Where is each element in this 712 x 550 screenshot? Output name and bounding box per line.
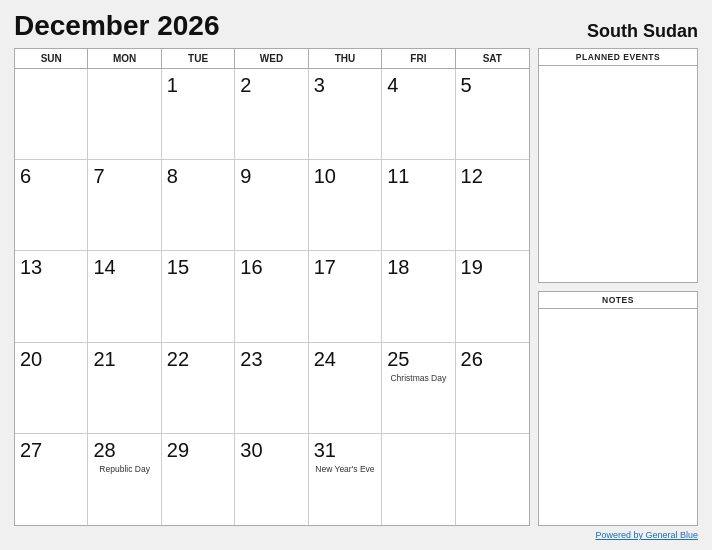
day-number: 25 [387, 347, 409, 371]
calendar-day-cell: 19 [456, 251, 529, 342]
day-number: 24 [314, 347, 336, 371]
day-number: 11 [387, 164, 409, 188]
notes-content [539, 309, 697, 525]
calendar-day-cell: 2 [235, 69, 308, 160]
day-number: 13 [20, 255, 42, 279]
calendar-empty-cell [15, 69, 88, 160]
calendar-header-cell: MON [88, 49, 161, 68]
day-number: 6 [20, 164, 31, 188]
day-number: 30 [240, 438, 262, 462]
planned-events-title: PLANNED EVENTS [539, 49, 697, 66]
calendar-header-cell: WED [235, 49, 308, 68]
day-number: 22 [167, 347, 189, 371]
day-number: 2 [240, 73, 251, 97]
event-label: New Year's Eve [314, 464, 376, 475]
calendar-empty-cell [88, 69, 161, 160]
main-area: SUNMONTUEWEDTHUFRISAT 123456789101112131… [14, 48, 698, 526]
calendar-day-cell: 6 [15, 160, 88, 251]
calendar-empty-cell [456, 434, 529, 525]
day-number: 9 [240, 164, 251, 188]
day-number: 15 [167, 255, 189, 279]
planned-events-content [539, 66, 697, 282]
day-number: 23 [240, 347, 262, 371]
calendar-day-cell: 29 [162, 434, 235, 525]
calendar-day-cell: 5 [456, 69, 529, 160]
calendar-day-cell: 28Republic Day [88, 434, 161, 525]
calendar-day-cell: 17 [309, 251, 382, 342]
calendar-day-cell: 21 [88, 343, 161, 434]
calendar-day-cell: 27 [15, 434, 88, 525]
event-label: Christmas Day [387, 373, 449, 384]
calendar-header-cell: TUE [162, 49, 235, 68]
day-number: 31 [314, 438, 336, 462]
month-title: December 2026 [14, 10, 219, 42]
day-number: 8 [167, 164, 178, 188]
powered-by-link[interactable]: Powered by General Blue [595, 530, 698, 540]
calendar: SUNMONTUEWEDTHUFRISAT 123456789101112131… [14, 48, 530, 526]
calendar-day-cell: 20 [15, 343, 88, 434]
notes-box: NOTES [538, 291, 698, 526]
footer: Powered by General Blue [14, 530, 698, 540]
calendar-day-cell: 30 [235, 434, 308, 525]
day-number: 21 [93, 347, 115, 371]
calendar-day-cell: 4 [382, 69, 455, 160]
day-number: 3 [314, 73, 325, 97]
day-number: 1 [167, 73, 178, 97]
day-number: 28 [93, 438, 115, 462]
notes-title: NOTES [539, 292, 697, 309]
day-number: 19 [461, 255, 483, 279]
calendar-day-cell: 8 [162, 160, 235, 251]
day-number: 26 [461, 347, 483, 371]
calendar-body: 1234567891011121314151617181920212223242… [15, 69, 529, 525]
day-number: 18 [387, 255, 409, 279]
calendar-day-cell: 26 [456, 343, 529, 434]
day-number: 7 [93, 164, 104, 188]
calendar-day-cell: 22 [162, 343, 235, 434]
calendar-header-cell: THU [309, 49, 382, 68]
calendar-header-cell: SAT [456, 49, 529, 68]
calendar-header-cell: FRI [382, 49, 455, 68]
day-number: 16 [240, 255, 262, 279]
day-number: 27 [20, 438, 42, 462]
calendar-day-cell: 31New Year's Eve [309, 434, 382, 525]
calendar-header: SUNMONTUEWEDTHUFRISAT [15, 49, 529, 69]
calendar-empty-cell [382, 434, 455, 525]
calendar-day-cell: 7 [88, 160, 161, 251]
calendar-day-cell: 14 [88, 251, 161, 342]
day-number: 29 [167, 438, 189, 462]
day-number: 17 [314, 255, 336, 279]
calendar-day-cell: 18 [382, 251, 455, 342]
calendar-day-cell: 13 [15, 251, 88, 342]
calendar-day-cell: 3 [309, 69, 382, 160]
calendar-day-cell: 15 [162, 251, 235, 342]
calendar-day-cell: 10 [309, 160, 382, 251]
sidebar: PLANNED EVENTS NOTES [538, 48, 698, 526]
calendar-day-cell: 23 [235, 343, 308, 434]
day-number: 10 [314, 164, 336, 188]
day-number: 12 [461, 164, 483, 188]
calendar-day-cell: 1 [162, 69, 235, 160]
calendar-day-cell: 11 [382, 160, 455, 251]
calendar-header-cell: SUN [15, 49, 88, 68]
day-number: 4 [387, 73, 398, 97]
country-title: South Sudan [587, 21, 698, 42]
day-number: 14 [93, 255, 115, 279]
calendar-day-cell: 9 [235, 160, 308, 251]
event-label: Republic Day [93, 464, 155, 475]
calendar-day-cell: 25Christmas Day [382, 343, 455, 434]
day-number: 5 [461, 73, 472, 97]
calendar-day-cell: 24 [309, 343, 382, 434]
calendar-day-cell: 16 [235, 251, 308, 342]
day-number: 20 [20, 347, 42, 371]
planned-events-box: PLANNED EVENTS [538, 48, 698, 283]
calendar-day-cell: 12 [456, 160, 529, 251]
